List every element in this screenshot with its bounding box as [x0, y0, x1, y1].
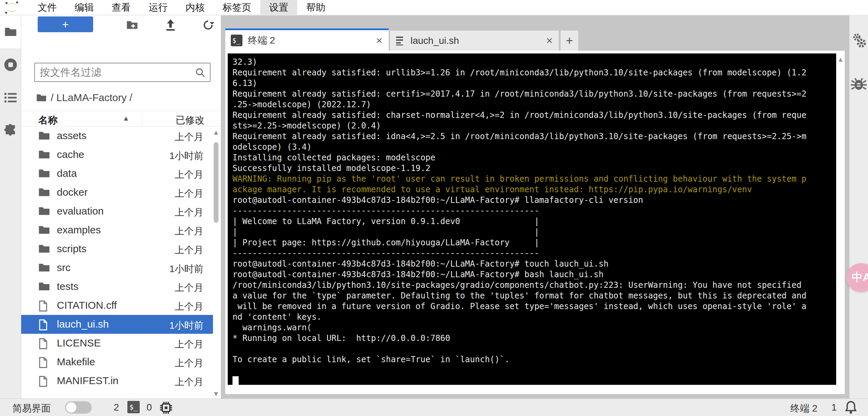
active-terminal-label[interactable]: 终端 2: [790, 402, 817, 415]
column-header-modified[interactable]: 已修改: [176, 114, 204, 127]
file-list-header: 名称 ▲ 已修改: [21, 111, 221, 126]
menu-item-7[interactable]: 设置: [260, 0, 297, 15]
new-folder-icon: [126, 20, 138, 30]
file-name: CITATION.cff: [57, 299, 117, 311]
menu-item-6[interactable]: 标签页: [214, 0, 260, 15]
file-row[interactable]: evaluation 上个月: [21, 202, 213, 221]
scrollbar-thumb[interactable]: [214, 142, 218, 223]
search-icon: [195, 67, 206, 78]
file-row[interactable]: CITATION.cff 上个月: [21, 296, 213, 315]
terminal-line: Requirement already satisfied: certifi>=…: [232, 89, 836, 99]
close-icon[interactable]: ×: [376, 34, 382, 47]
file-icon: [38, 338, 48, 349]
menu-item-8[interactable]: 帮助: [297, 0, 334, 15]
sidebar-item-file-browser[interactable]: [0, 15, 21, 48]
file-row[interactable]: cache 1小时前: [21, 145, 213, 164]
file-list: assets 上个月 cache 1小时前 data 上个月 docker 上个…: [21, 126, 213, 399]
terminal-icon[interactable]: $_: [127, 401, 140, 413]
menu-item-2[interactable]: 编辑: [66, 0, 103, 15]
breadcrumb[interactable]: / LLaMA-Factory /: [36, 90, 132, 105]
file-row[interactable]: src 1小时前: [21, 258, 213, 277]
new-folder-button[interactable]: [124, 18, 140, 32]
scroll-up-icon[interactable]: ▲: [213, 129, 219, 136]
terminal-panel: 32.3) Requirement already satisfied: url…: [225, 51, 845, 394]
file-modified: 上个月: [175, 244, 203, 257]
file-modified: 上个月: [175, 187, 203, 200]
file-name: docker: [57, 186, 88, 198]
new-launcher-button[interactable]: +: [38, 16, 93, 32]
file-name: src: [57, 262, 71, 273]
file-modified: 1小时前: [169, 262, 203, 276]
file-row[interactable]: docker 上个月: [21, 183, 213, 202]
sidebar-item-extensions[interactable]: [0, 114, 21, 147]
autodl-logo-icon: [4, 1, 19, 14]
terminal-line: nd 'content' keys.: [232, 312, 836, 322]
file-row[interactable]: scripts 上个月: [21, 240, 213, 258]
column-header-name[interactable]: 名称: [38, 114, 58, 127]
file-modified: 上个月: [175, 338, 203, 351]
folder-icon: [38, 169, 50, 178]
file-modified: 上个月: [175, 131, 203, 144]
menu-item-1[interactable]: 文件: [29, 0, 66, 15]
file-row[interactable]: data 上个月: [21, 164, 213, 183]
terminal-line: [232, 344, 836, 354]
menu-items: 文件 编辑 查看 运行 内核 标签页 设置 帮助: [29, 0, 334, 15]
file-row[interactable]: examples 上个月: [21, 221, 213, 240]
file-modified: 上个月: [175, 168, 203, 181]
filter-box: [34, 63, 211, 82]
add-tab-button[interactable]: +: [560, 30, 579, 51]
puzzle-icon: [4, 124, 17, 137]
right-sidebar: [849, 15, 868, 399]
file-name: evaluation: [57, 205, 104, 217]
menu-item-4[interactable]: 运行: [140, 0, 177, 15]
sort-ascending-icon[interactable]: ▲: [123, 114, 129, 122]
file-row[interactable]: Makefile 上个月: [21, 353, 213, 371]
file-name: assets: [57, 130, 87, 142]
scroll-up-icon[interactable]: ▲: [837, 56, 844, 63]
terminal-line: ----------------------------------------…: [232, 248, 836, 259]
file-icon: [38, 319, 48, 330]
terminal-scrollbar[interactable]: ▲: [836, 53, 845, 392]
list-icon: [4, 92, 17, 103]
sidebar-item-table-of-contents[interactable]: [0, 81, 21, 114]
file-name: cache: [57, 149, 84, 160]
file-row[interactable]: MANIFEST.in 上个月: [21, 371, 213, 390]
simple-mode-label: 简易界面: [12, 402, 51, 415]
terminal-line: /root/miniconda3/lib/python3.10/site-pac…: [232, 280, 836, 291]
terminal-line: root@autodl-container-493b4c87d3-184b2f0…: [232, 269, 836, 280]
terminal-output[interactable]: 32.3) Requirement already satisfied: url…: [228, 53, 836, 385]
menu-item-5[interactable]: 内核: [177, 0, 214, 15]
folder-icon: [38, 206, 50, 216]
debugger-bug-icon[interactable]: [851, 77, 867, 91]
menu-item-3[interactable]: 查看: [103, 0, 140, 15]
terminal-line: * Running on local URL: http://0.0.0.0:7…: [232, 333, 836, 344]
scroll-down-icon[interactable]: ▼: [213, 390, 219, 398]
file-row[interactable]: LICENSE 上个月: [21, 334, 213, 353]
terminal-line: a value for the `type` parameter. Defaul…: [232, 291, 836, 301]
upload-icon[interactable]: [162, 18, 179, 32]
terminal-line: ackage manager. It is recommended to use…: [232, 184, 836, 195]
close-icon[interactable]: ×: [546, 34, 553, 47]
simple-mode-toggle[interactable]: [65, 401, 92, 414]
status-bar: 简易界面 2 $_ 0 终端 2 1: [0, 399, 868, 416]
bell-icon[interactable]: [844, 401, 857, 414]
menu-item-label: 查看: [112, 1, 131, 14]
terminal-line: will be removed in a future version of G…: [232, 301, 836, 312]
file-modified: 1小时前: [169, 149, 203, 162]
file-row[interactable]: lauch_ui.sh 1小时前: [21, 315, 213, 334]
kernel-chip-icon[interactable]: [160, 401, 173, 414]
menu-bar: 文件 编辑 查看 运行 内核 标签页 设置 帮助: [0, 0, 868, 15]
file-row[interactable]: tests 上个月: [21, 277, 213, 296]
tab-label: lauch_ui.sh: [411, 35, 459, 46]
refresh-icon[interactable]: [200, 18, 216, 32]
terminal-line: Requirement already satisfied: urllib3>=…: [232, 68, 836, 78]
property-inspector-gears-icon[interactable]: [852, 33, 867, 50]
sidebar-item-running-sessions[interactable]: [0, 48, 21, 81]
file-name: examples: [57, 224, 101, 236]
file-modified: 上个月: [175, 300, 203, 313]
tab-lauch-ui-sh[interactable]: lauch_ui.sh ×: [390, 30, 559, 51]
file-row[interactable]: assets 上个月: [21, 126, 213, 145]
tab-terminal-2[interactable]: $_ 终端 2 ×: [225, 28, 389, 51]
filter-input[interactable]: [40, 64, 190, 81]
file-list-scrollbar[interactable]: ▲ ▼: [213, 129, 220, 398]
